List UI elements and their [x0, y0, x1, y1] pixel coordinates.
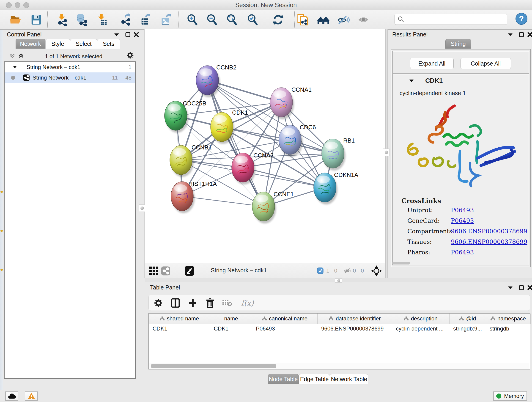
column-header-namespace[interactable]: namespace	[486, 313, 531, 324]
column-header--id[interactable]: @id	[450, 313, 486, 324]
warning-status-button[interactable]	[25, 391, 38, 401]
node-CDC6[interactable]	[279, 125, 303, 157]
shared-column-icon	[262, 317, 267, 321]
crosslink-row: Compartments:9606.ENSP00000378699	[391, 228, 531, 238]
delete-column-icon[interactable]	[205, 298, 215, 308]
tab-network-table[interactable]: Network Table	[330, 374, 368, 384]
grid-view-icon[interactable]	[148, 266, 159, 276]
crosslink-link[interactable]: 9606.ENSP00000378699	[451, 238, 527, 245]
protein-header-row[interactable]: CDK1	[393, 75, 529, 87]
zoom-fit-icon[interactable]	[225, 13, 239, 27]
column-header-description[interactable]: description	[392, 313, 450, 324]
tab-network[interactable]: Network	[16, 39, 45, 49]
new-network-from-selection-icon[interactable]	[296, 13, 310, 27]
collection-expand-icon[interactable]	[13, 66, 17, 69]
node-label-CDKN1A: CDKN1A	[334, 172, 358, 178]
tab-select[interactable]: Select	[70, 39, 97, 49]
help-icon[interactable]: ?	[515, 12, 528, 26]
add-column-icon[interactable]	[187, 298, 198, 308]
refresh-icon[interactable]	[271, 13, 285, 27]
tab-edge-table[interactable]: Edge Table	[299, 374, 330, 384]
import-network-icon[interactable]	[55, 13, 69, 27]
network-canvas[interactable]: CCNB2CCNA1CDC25BCDK1CDC6RB1CCNB1CCNA2CDK…	[145, 29, 385, 263]
node-RB1[interactable]	[322, 139, 346, 171]
zoom-in-icon[interactable]	[186, 13, 199, 27]
protein-collapse-icon[interactable]	[409, 79, 414, 82]
network-panel-gear-icon[interactable]	[126, 52, 134, 59]
search-input[interactable]	[407, 16, 504, 23]
first-neighbors-icon[interactable]	[317, 13, 330, 27]
toolbar-separator	[114, 12, 114, 27]
tab-style[interactable]: Style	[45, 39, 70, 49]
detach-view-icon[interactable]	[184, 266, 195, 276]
network-collection-row[interactable]: String Network – cdk1 1	[5, 62, 135, 72]
node-label-HIST1H1A: HIST1H1A	[188, 180, 217, 187]
network-view-toolbar: String Network – cdk1 1 - 0 0 - 0	[145, 263, 385, 279]
column-header-name[interactable]: name	[210, 313, 252, 324]
selected-counts: 1 - 0	[326, 268, 337, 274]
control-panel-close-icon[interactable]	[133, 31, 140, 38]
zoom-selected-icon[interactable]	[246, 13, 260, 27]
function-builder-icon: f(x)	[238, 298, 257, 308]
node-CCNE1[interactable]	[252, 192, 276, 223]
collapse-all-button[interactable]: Collapse All	[461, 58, 511, 69]
export-network-icon[interactable]	[119, 13, 133, 27]
results-panel-collapse-icon[interactable]	[506, 31, 514, 38]
export-table-icon[interactable]	[139, 13, 153, 27]
table-gear-icon[interactable]	[153, 298, 164, 308]
horizontal-splitter-grip[interactable]	[335, 279, 342, 283]
node-CCNB1[interactable]	[170, 145, 194, 177]
memory-button[interactable]: Memory	[493, 391, 527, 401]
crosslink-link[interactable]: P06493	[451, 249, 474, 256]
crosslink-link[interactable]: 9606.ENSP00000378699	[451, 228, 527, 235]
save-session-icon[interactable]	[29, 13, 43, 27]
table-panel-collapse-icon[interactable]	[506, 284, 514, 291]
expand-all-button[interactable]: Expand All	[410, 58, 454, 69]
crosslink-label: Pharos:	[407, 249, 430, 256]
show-columns-icon[interactable]	[170, 298, 181, 308]
left-splitter-grip[interactable]	[139, 204, 145, 212]
node-label-CCNA2: CCNA2	[253, 152, 273, 159]
memory-label: Memory	[504, 393, 524, 399]
birds-eye-view-icon[interactable]	[371, 265, 382, 277]
tab-node-table[interactable]: Node Table	[268, 374, 299, 384]
open-session-icon[interactable]	[9, 13, 22, 27]
node-label-CDK1: CDK1	[232, 109, 248, 116]
show-all-icon[interactable]	[356, 13, 370, 27]
table-row[interactable]: CDK1CDK1P064939606.ENSP00000378699cyclin…	[149, 324, 530, 333]
node-label-RB1: RB1	[343, 137, 355, 144]
hide-selected-icon[interactable]	[336, 13, 350, 27]
table-cell: stringdb	[486, 324, 531, 333]
column-header-canonical-name[interactable]: canonical name	[252, 313, 317, 324]
crosslink-link[interactable]: P06493	[451, 207, 474, 214]
node-CCNA2[interactable]	[232, 153, 255, 185]
hidden-counts: 0 - 0	[353, 268, 364, 274]
zoom-out-icon[interactable]	[205, 13, 219, 27]
node-table: shared namenamecanonical namedatabase id…	[148, 313, 530, 370]
results-hscroll-thumb[interactable]	[392, 262, 410, 264]
tab-string-results[interactable]: String	[445, 39, 471, 49]
results-panel-close-icon[interactable]	[526, 31, 532, 38]
cloud-status-button[interactable]	[5, 391, 18, 401]
shared-column-icon	[404, 317, 409, 321]
tab-sets[interactable]: Sets	[97, 39, 120, 49]
results-panel-title: Results Panel	[392, 31, 428, 38]
export-image-icon[interactable]	[159, 13, 173, 27]
table-panel-close-icon[interactable]	[526, 284, 532, 291]
network-selection-status: 1 of 1 Network selected	[3, 53, 144, 60]
column-header-database-identifier[interactable]: database identifier	[317, 313, 392, 324]
results-panel-float-icon[interactable]	[518, 31, 525, 38]
import-network-from-database-icon[interactable]	[75, 13, 88, 27]
table-panel-float-icon[interactable]	[518, 284, 525, 291]
crosslink-link[interactable]: P06493	[451, 217, 474, 224]
table-hscrollbar-thumb[interactable]	[151, 364, 276, 368]
network-row-selected[interactable]: String Network – cdk1 11 48	[5, 72, 135, 83]
control-panel-float-icon[interactable]	[124, 31, 132, 38]
control-panel-collapse-icon[interactable]	[113, 31, 120, 38]
crosslink-row: Tissues:9606.ENSP00000378699	[391, 238, 531, 249]
string-view-icon[interactable]	[160, 266, 171, 276]
import-table-icon[interactable]	[95, 13, 109, 27]
column-header-label: description	[411, 315, 437, 322]
column-header-shared-name[interactable]: shared name	[149, 313, 210, 324]
edge-CCNB2-CCNE1[interactable]	[207, 80, 264, 206]
